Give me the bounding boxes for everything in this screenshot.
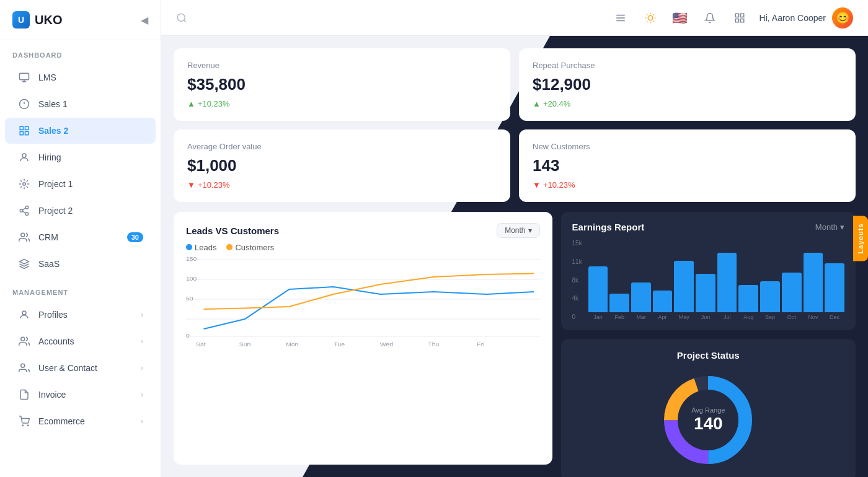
menu-icon[interactable] xyxy=(611,8,631,28)
leads-vs-customers-card: Leads VS Customers Month ▾ Leads Custome… xyxy=(174,212,552,465)
dashboard-area: Revenue $35,800 ▲ +10.23% Repeat Purchas… xyxy=(161,36,868,477)
stat-value-avg: $1,000 xyxy=(187,156,497,175)
invoice-icon xyxy=(17,388,31,401)
sidebar-item-label-hiring: Hiring xyxy=(38,152,61,162)
svg-point-12 xyxy=(25,206,29,209)
svg-text:Wed: Wed xyxy=(380,341,393,348)
earnings-bar-chart: 15k 11k 8k 4k 0 Jan Feb Mar xyxy=(572,240,844,320)
bar-oct xyxy=(782,273,802,312)
sidebar-item-project2[interactable]: Project 2 xyxy=(5,198,156,224)
sidebar-item-hiring[interactable]: Hiring xyxy=(5,144,156,170)
sales2-icon xyxy=(17,124,31,138)
user-profile[interactable]: Hi, Aaron Cooper 😊 xyxy=(760,7,853,28)
svg-text:0: 0 xyxy=(186,333,190,339)
theme-toggle-button[interactable] xyxy=(640,8,660,28)
leads-dot xyxy=(186,244,192,250)
user-contact-chevron-icon: › xyxy=(141,364,143,372)
bar-group-feb: Feb xyxy=(609,294,629,320)
up-arrow-icon: ▲ xyxy=(187,99,195,108)
stat-card-revenue: Revenue $35,800 ▲ +10.23% xyxy=(174,48,510,121)
y-axis: 15k 11k 8k 4k 0 xyxy=(572,240,582,320)
svg-line-15 xyxy=(22,211,25,213)
svg-text:150: 150 xyxy=(186,255,197,261)
charts-row: Leads VS Customers Month ▾ Leads Custome… xyxy=(174,212,856,465)
language-flag[interactable]: 🇺🇸 xyxy=(670,8,690,28)
sidebar-item-label-sales2: Sales 2 xyxy=(38,126,68,136)
right-dark-section: Earnings Report Month ▾ 15k 11k 8k xyxy=(561,212,856,465)
header: 🇺🇸 Hi, Aaron Cooper 😊 xyxy=(161,0,868,36)
leads-legend: Leads Customers xyxy=(186,243,540,252)
apps-grid-icon[interactable] xyxy=(730,8,750,28)
bar-group-apr: Apr xyxy=(653,291,673,320)
earnings-title: Earnings Report xyxy=(572,222,645,232)
stat-value-repeat: $12,900 xyxy=(533,75,842,94)
sidebar: U UKO ◀ DASHBOARD LMS Sales 1 xyxy=(0,0,161,477)
svg-rect-37 xyxy=(735,14,738,17)
bar-group-jun: Jun xyxy=(696,274,715,320)
bar-group-mar: Mar xyxy=(631,282,651,320)
earnings-month-filter[interactable]: Month ▾ xyxy=(815,222,844,232)
sidebar-collapse-button[interactable]: ◀ xyxy=(141,14,148,26)
sidebar-section-dashboard: DASHBOARD LMS Sales 1 Sale xyxy=(0,40,161,278)
ecommerce-icon xyxy=(17,414,31,428)
sidebar-item-sales1[interactable]: Sales 1 xyxy=(5,91,156,117)
svg-point-22 xyxy=(27,425,29,426)
sidebar-item-invoice[interactable]: Invoice › xyxy=(5,382,156,408)
saas-icon xyxy=(17,257,31,271)
crm-icon xyxy=(17,230,31,244)
project2-icon xyxy=(17,204,31,217)
svg-text:Sat: Sat xyxy=(196,341,206,348)
layouts-tab-button[interactable]: Layouts xyxy=(853,216,868,261)
down-arrow-icon-2: ▼ xyxy=(533,180,541,190)
logo-text: UKO xyxy=(35,13,62,27)
sidebar-item-profiles[interactable]: Profiles › xyxy=(5,302,156,328)
bar-group-may: May xyxy=(674,261,694,320)
svg-line-16 xyxy=(22,208,25,210)
svg-rect-8 xyxy=(20,132,23,135)
earnings-chevron-down-icon: ▾ xyxy=(840,222,844,232)
sidebar-item-label-crm: CRM xyxy=(38,232,58,242)
sidebar-item-saas[interactable]: SaaS xyxy=(5,251,156,277)
sidebar-item-label-invoice: Invoice xyxy=(38,390,66,400)
sidebar-item-user-contact[interactable]: User & Contact › xyxy=(5,355,156,381)
sidebar-item-crm[interactable]: CRM 30 xyxy=(5,224,156,250)
svg-point-10 xyxy=(22,154,26,157)
bar-group-nov: Nov xyxy=(804,253,823,320)
svg-point-23 xyxy=(177,14,185,21)
bar-dec xyxy=(825,263,844,312)
svg-text:Mon: Mon xyxy=(286,341,298,348)
sidebar-item-accounts[interactable]: Accounts › xyxy=(5,328,156,354)
bar-chart-bars: Jan Feb Mar Apr May Jun Jul Aug Sep Oct xyxy=(588,240,844,320)
svg-point-14 xyxy=(25,212,29,216)
sidebar-item-label-project2: Project 2 xyxy=(38,206,73,216)
stat-label-customers: New Customers xyxy=(533,142,842,151)
stat-card-avg-order: Average Order value $1,000 ▼ +10.23% xyxy=(174,129,510,202)
stat-value-customers: 143 xyxy=(533,156,842,175)
sidebar-item-project1[interactable]: Project 1 xyxy=(5,171,156,197)
up-arrow-icon-2: ▲ xyxy=(533,99,541,108)
sidebar-item-label-accounts: Accounts xyxy=(38,336,74,346)
svg-line-36 xyxy=(653,14,653,15)
sidebar-item-lms[interactable]: LMS xyxy=(5,64,156,90)
svg-rect-6 xyxy=(20,126,23,129)
sidebar-item-ecommerce[interactable]: Ecommerce › xyxy=(5,408,156,434)
leads-month-filter[interactable]: Month ▾ xyxy=(497,223,539,238)
stat-label-revenue: Revenue xyxy=(187,61,497,70)
svg-line-32 xyxy=(653,20,653,21)
svg-rect-9 xyxy=(25,132,29,135)
ecommerce-chevron-icon: › xyxy=(141,417,143,426)
project-status-card: Project Status xyxy=(561,339,856,477)
user-name: Hi, Aaron Cooper xyxy=(760,13,826,23)
user-contact-icon xyxy=(17,361,31,375)
svg-point-28 xyxy=(648,15,653,20)
sidebar-item-label-saas: SaaS xyxy=(38,259,60,269)
search-bar[interactable] xyxy=(176,12,187,24)
donut-center: Avg Range 140 xyxy=(691,406,725,434)
sidebar-item-sales2[interactable]: Sales 2 xyxy=(5,118,156,144)
chevron-down-icon: ▾ xyxy=(528,226,532,235)
svg-text:Tue: Tue xyxy=(334,341,345,348)
bar-feb xyxy=(609,294,629,312)
bar-apr xyxy=(653,291,673,312)
logo[interactable]: U UKO xyxy=(12,11,62,28)
notifications-bell-icon[interactable] xyxy=(700,8,720,28)
